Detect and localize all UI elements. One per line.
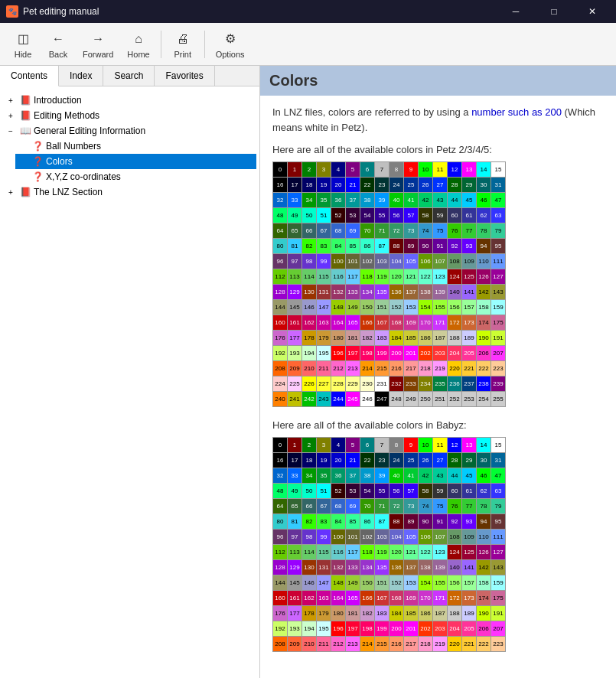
- color-cell: 171: [433, 591, 448, 606]
- book-icon-introduction: 📕: [19, 94, 31, 106]
- expand-general-editing[interactable]: −: [5, 125, 17, 137]
- color-cell: 210: [302, 361, 317, 376]
- hide-button[interactable]: ◫ Hide: [6, 27, 40, 62]
- color-cell: 31: [491, 178, 506, 193]
- back-button[interactable]: ← Back: [41, 27, 75, 62]
- color-cell: 36: [331, 193, 346, 208]
- maximize-button[interactable]: □: [536, 0, 572, 23]
- color-cell: 25: [404, 453, 419, 468]
- color-cell: 103: [375, 254, 389, 269]
- color-cell: 75: [433, 499, 448, 514]
- tree-item-editing-methods[interactable]: + 📕 Editing Methods: [3, 108, 256, 123]
- back-label: Back: [49, 50, 67, 59]
- expand-introduction[interactable]: +: [5, 94, 17, 106]
- options-button[interactable]: ⚙ Options: [210, 27, 251, 62]
- color-cell: 149: [346, 300, 360, 315]
- color-cell: 18: [302, 178, 317, 193]
- color-cell: 146: [302, 575, 317, 591]
- color-cell: 133: [346, 285, 360, 300]
- color-cell: 83: [317, 239, 331, 254]
- close-button[interactable]: ✕: [575, 0, 610, 23]
- expand-editing-methods[interactable]: +: [5, 109, 17, 122]
- color-cell: 1: [288, 162, 302, 178]
- color-cell: 124: [448, 545, 462, 560]
- color-cell: 15: [491, 162, 506, 178]
- color-cell: 109: [462, 254, 477, 269]
- right-panel[interactable]: Colors In LNZ files, colors are referred…: [260, 66, 616, 678]
- color-cell: 139: [433, 285, 448, 300]
- color-cell: 160: [273, 591, 288, 606]
- tree-item-introduction[interactable]: + 📕 Introduction: [3, 93, 256, 108]
- color-cell: 4: [331, 162, 346, 178]
- tree: + 📕 Introduction + 📕 Editing Methods − 📖…: [0, 86, 259, 678]
- color-cell: 185: [404, 606, 419, 621]
- color-cell: 199: [375, 346, 389, 361]
- tree-item-lnz-section[interactable]: + 📕 The LNZ Section: [3, 184, 256, 200]
- color-cell: 35: [317, 193, 331, 208]
- print-button[interactable]: 🖨 Print: [166, 27, 200, 62]
- color-cell: 18: [302, 453, 317, 468]
- color-cell: 70: [360, 223, 375, 239]
- color-cell: 164: [331, 315, 346, 331]
- forward-button[interactable]: → Forward: [77, 27, 119, 62]
- color-cell: 60: [448, 208, 462, 223]
- color-cell: 147: [317, 300, 331, 315]
- color-cell: 109: [462, 530, 477, 545]
- color-cell: 69: [346, 499, 360, 514]
- color-cell: 178: [302, 331, 317, 346]
- color-cell: 132: [331, 285, 346, 300]
- color-cell: 130: [302, 285, 317, 300]
- color-cell: 39: [375, 193, 389, 208]
- color-cell: 115: [317, 269, 331, 285]
- tab-contents[interactable]: Contents: [0, 66, 59, 86]
- color-cell: 230: [360, 376, 375, 392]
- color-cell: 182: [360, 606, 375, 621]
- color-cell: 34: [302, 193, 317, 208]
- color-cell: 47: [491, 193, 506, 208]
- color-cell: 193: [288, 346, 302, 361]
- color-cell: 127: [491, 545, 506, 560]
- color-cell: 219: [433, 637, 448, 652]
- color-cell: 188: [448, 606, 462, 621]
- tab-index[interactable]: Index: [59, 66, 103, 86]
- color-cell: 12: [448, 438, 462, 453]
- main-container: Contents Index Search Favorites + 📕 Intr…: [0, 66, 616, 678]
- editing-methods-label: Editing Methods: [34, 110, 99, 121]
- color-cell: 88: [389, 239, 404, 254]
- color-cell: 150: [360, 575, 375, 591]
- color-cell: 219: [433, 361, 448, 376]
- tree-item-ball-numbers[interactable]: ❓ Ball Numbers: [15, 139, 256, 154]
- color-cell: 38: [360, 468, 375, 484]
- color-cell: 32: [273, 468, 288, 484]
- minimize-button[interactable]: ─: [498, 0, 533, 23]
- tree-item-colors[interactable]: ❓ Colors: [15, 154, 256, 169]
- book-icon-editing-methods: 📕: [19, 109, 31, 122]
- color-cell: 1: [288, 438, 302, 453]
- color-cell: 153: [404, 300, 419, 315]
- color-cell: 156: [448, 575, 462, 591]
- color-cell: 67: [317, 223, 331, 239]
- color-cell: 221: [462, 637, 477, 652]
- page-icon-ball-numbers: ❓: [31, 140, 44, 152]
- tab-favorites[interactable]: Favorites: [155, 66, 214, 86]
- color-cell: 10: [419, 438, 433, 453]
- color-cell: 189: [462, 606, 477, 621]
- title-bar-controls[interactable]: ─ □ ✕: [498, 0, 610, 23]
- color-cell: 237: [462, 376, 477, 392]
- color-cell: 41: [404, 193, 419, 208]
- tree-item-general-editing[interactable]: − 📖 General Editing Information: [3, 123, 256, 139]
- color-cell: 161: [288, 315, 302, 331]
- color-cell: 76: [448, 499, 462, 514]
- petz-color-grid-container: 0123456789101112131415161718192021222324…: [272, 161, 604, 407]
- color-cell: 26: [419, 453, 433, 468]
- tab-search[interactable]: Search: [103, 66, 155, 86]
- color-cell: 49: [288, 208, 302, 223]
- color-cell: 57: [404, 484, 419, 499]
- color-cell: 123: [433, 269, 448, 285]
- expand-lnz-section[interactable]: +: [5, 186, 17, 198]
- tree-item-xyz[interactable]: ❓ X,Y,Z co-ordinates: [15, 169, 256, 184]
- color-cell: 85: [346, 239, 360, 254]
- color-cell: 91: [433, 239, 448, 254]
- color-cell: 111: [491, 530, 506, 545]
- home-button[interactable]: ⌂ Home: [121, 27, 155, 62]
